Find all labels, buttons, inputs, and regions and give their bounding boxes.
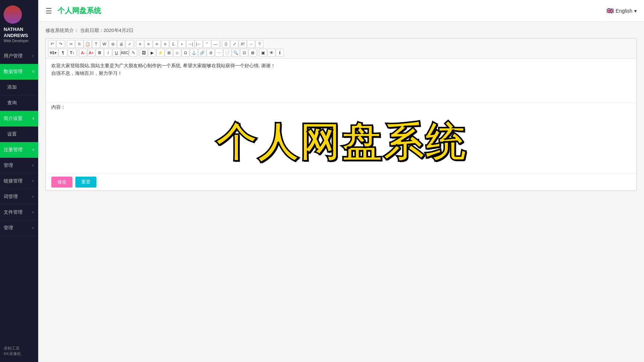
tb-redo[interactable]: ↷ (56, 40, 64, 48)
tb-indent[interactable]: →| (186, 40, 194, 48)
language-selector[interactable]: 🇬🇧 English ▾ (607, 7, 637, 14)
tb-x2[interactable]: X² (239, 40, 247, 48)
modify-button[interactable]: 修改 (51, 177, 72, 188)
tb-selectall[interactable]: ⊡ (240, 49, 248, 57)
chevron-icon: ＜ (31, 225, 35, 230)
chevron-icon: ∨ (32, 148, 35, 152)
tb-source[interactable]: ⟨⟩ (222, 40, 230, 48)
sidebar-item-settings[interactable]: 设置 (0, 126, 38, 142)
editor-line2: 自强不息，海纳百川，努力学习！ (51, 70, 631, 77)
tb-arrow[interactable]: → (247, 40, 255, 48)
tb-link[interactable]: 🔗 (198, 49, 206, 57)
sidebar-bottom: 录制工具 KK录像机 (0, 340, 38, 362)
tb-bold[interactable]: B (96, 49, 104, 57)
tb-spell[interactable]: ✓ (126, 40, 134, 48)
lang-label: English (616, 8, 632, 14)
toolbar-sep4 (77, 49, 78, 56)
toolbar-row-2: H1▾ ¶ T↕ A- A+ B I U ABC ✎ 🖼 ▶ ⚡ ⊞ ☺ (48, 49, 634, 57)
tb-align-center[interactable]: ≡ (144, 40, 152, 48)
sidebar-item-reg-mgmt[interactable]: 注册管理 ∨ (0, 142, 38, 158)
chevron-icon: ∨ (32, 69, 35, 73)
reset-button[interactable]: 重置 (75, 177, 96, 188)
sidebar-item-query[interactable]: 查询 (0, 95, 38, 111)
tb-removeformat[interactable]: ⊠ (249, 49, 257, 57)
tb-help[interactable]: ? (255, 40, 263, 48)
tb-font-size[interactable]: T↕ (68, 49, 76, 57)
sidebar-profile: NATHAN ANDREWS Web Developer (0, 0, 38, 48)
tb-showblocks[interactable]: ▣ (259, 49, 267, 57)
sidebar-item-manage[interactable]: 管理 ＜ (0, 158, 38, 173)
tb-flash[interactable]: ⚡ (156, 49, 164, 57)
tb-special-char[interactable]: Ω (182, 49, 190, 57)
tb-ol[interactable]: 1. (170, 40, 178, 48)
header-left: ☰ 个人网盘系统 (45, 6, 101, 16)
tb-undo[interactable]: ↶ (48, 40, 56, 48)
tb-h1[interactable]: H1▾ (48, 49, 58, 57)
tb-findreplace[interactable]: 🔍 (232, 49, 240, 57)
logo-image-area: 个人网盘系统 (46, 112, 636, 173)
toolbar-sep2 (135, 40, 135, 48)
tb-align-justify[interactable]: ≡ (161, 40, 169, 48)
header: ☰ 个人网盘系统 🇬🇧 English ▾ (38, 0, 644, 22)
tb-table[interactable]: ⊞ (165, 49, 173, 57)
page-title: 个人网盘系统 (57, 6, 101, 16)
tb-font-color-inc[interactable]: A+ (87, 49, 95, 57)
sidebar-item-file-mgmt[interactable]: 文件管理 ＜ (0, 205, 38, 220)
tb-preview[interactable]: 👁 (267, 49, 275, 57)
tb-ul[interactable]: • (178, 40, 186, 48)
tb-video[interactable]: ▶ (148, 49, 156, 57)
content-area: 修改系统简介： 当前日期：2020年4月2日 ↶ ↷ ✂ ⎘ 📋 T W ⊘ 🖨… (38, 22, 644, 362)
flag-icon: 🇬🇧 (607, 7, 614, 14)
content-label-row: 内容： (46, 102, 636, 112)
tb-blockquote[interactable]: " (203, 40, 211, 48)
tb-outdent[interactable]: |← (195, 40, 203, 48)
tb-emoticon[interactable]: ☺ (173, 49, 181, 57)
watermark-line1: 录制工具 (4, 346, 35, 351)
editor-container: ↶ ↷ ✂ ⎘ 📋 T W ⊘ 🖨 ✓ ≡ ≡ ≡ ≡ 1. (45, 38, 637, 191)
tb-hr[interactable]: — (211, 40, 219, 48)
watermark-line2: KK录像机 (4, 351, 35, 357)
tb-cut[interactable]: ✂ (67, 40, 75, 48)
tb-unlink[interactable]: ⊘ (207, 49, 215, 57)
tb-subscript[interactable]: ✎ (129, 49, 137, 57)
editor-action-buttons: 修改 重置 (46, 173, 636, 190)
chevron-icon: ＜ (31, 53, 35, 59)
sidebar: NATHAN ANDREWS Web Developer 用户管理 ＜ 数据管理… (0, 0, 38, 362)
system-notice: 修改系统简介： 当前日期：2020年4月2日 (45, 27, 637, 34)
tb-align-right[interactable]: ≡ (153, 40, 161, 48)
dropdown-arrow-icon: ▾ (634, 8, 637, 14)
sidebar-item-link-mgmt[interactable]: 链接管理 ＜ (0, 173, 38, 189)
editor-text-content[interactable]: 欢迎大家登陆我站,我站主要是为广大朋友精心制作的一个系统, 希望大家能够在我站获… (46, 59, 636, 102)
tb-underline[interactable]: U (112, 49, 120, 57)
tb-paste[interactable]: 📋 (84, 40, 92, 48)
chevron-icon: ＜ (31, 178, 35, 184)
sidebar-item-intro-settings[interactable]: 简介设置 ∨ (0, 111, 38, 126)
tb-strikethrough[interactable]: ABC (121, 49, 129, 57)
tb-maximize[interactable]: ⤢ (230, 40, 238, 48)
tb-pagebreak[interactable]: ⋯ (215, 49, 223, 57)
tb-paragraph[interactable]: ¶ (59, 49, 67, 57)
tb-print[interactable]: 🖨 (117, 40, 125, 48)
tb-clean[interactable]: ⊘ (109, 40, 117, 48)
tb-anchor[interactable]: ⚓ (190, 49, 198, 57)
toolbar-sep6 (258, 49, 258, 56)
sidebar-item-add[interactable]: 添加 (0, 80, 38, 95)
chevron-icon: ＜ (31, 210, 35, 215)
sidebar-item-user-mgmt[interactable]: 用户管理 ＜ (0, 48, 38, 64)
toolbar-row-1: ↶ ↷ ✂ ⎘ 📋 T W ⊘ 🖨 ✓ ≡ ≡ ≡ ≡ 1. (48, 40, 634, 48)
tb-align-left[interactable]: ≡ (136, 40, 144, 48)
tb-about[interactable]: ℹ (276, 49, 284, 57)
tb-paste-text[interactable]: T (92, 40, 100, 48)
tb-italic[interactable]: I (104, 49, 112, 57)
tb-templates[interactable]: 📄 (223, 49, 231, 57)
avatar (4, 5, 22, 24)
tb-img[interactable]: 🖼 (140, 49, 148, 57)
sidebar-item-manage2[interactable]: 管理 ＜ (0, 220, 38, 236)
sidebar-item-word-mgmt[interactable]: 词管理 ＜ (0, 189, 38, 205)
tb-paste-word[interactable]: W (100, 40, 108, 48)
tb-font-color-dec[interactable]: A- (79, 49, 87, 57)
sidebar-item-data-mgmt[interactable]: 数据管理 ∨ (0, 64, 38, 80)
tb-copy[interactable]: ⎘ (75, 40, 83, 48)
hamburger-icon[interactable]: ☰ (45, 7, 52, 15)
header-right: 🇬🇧 English ▾ (607, 7, 637, 14)
